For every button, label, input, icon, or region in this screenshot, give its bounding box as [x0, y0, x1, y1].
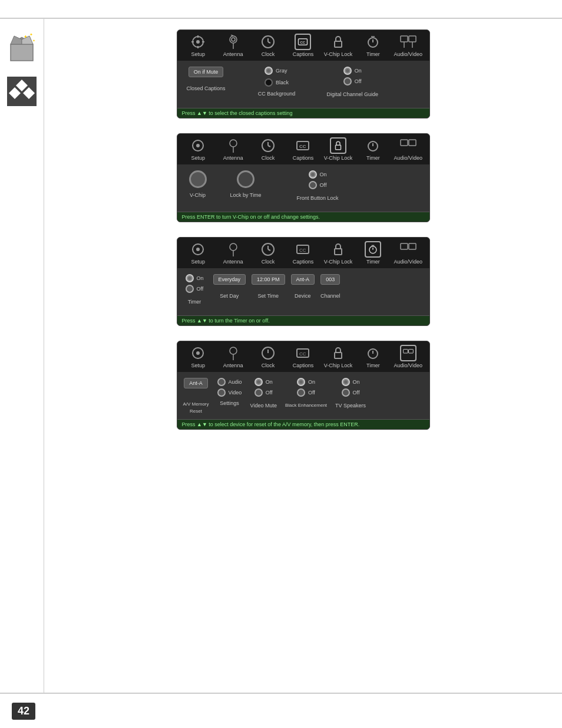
black-option[interactable]: Black: [265, 78, 289, 87]
nav3-clock[interactable]: Clock: [253, 241, 283, 265]
blackenh-on[interactable]: On: [297, 378, 315, 386]
svg-point-65: [230, 347, 237, 354]
timer-status-text: Press ▲▼ to turn the Timer on or off.: [182, 318, 270, 324]
nav3-timer-icon: [365, 241, 381, 258]
nav2-setup[interactable]: Setup: [183, 137, 213, 161]
locktime-radio[interactable]: [237, 170, 254, 188]
svg-rect-31: [409, 36, 416, 42]
timer-off-label: Off: [197, 286, 204, 292]
nav3-antenna[interactable]: Antenna: [219, 241, 248, 265]
nav2-av[interactable]: Audio/Video: [394, 137, 423, 161]
tvspeakers-on-label: On: [353, 379, 360, 385]
timer-status: Press ▲▼ to turn the Timer on or off.: [177, 315, 429, 325]
gray-label: Gray: [276, 68, 287, 74]
dcg-on[interactable]: On: [343, 67, 362, 75]
nav4-captions-label: Captions: [293, 363, 314, 368]
timer-on[interactable]: On: [186, 274, 204, 282]
tvspeakers-off[interactable]: Off: [342, 388, 360, 397]
nav-timer[interactable]: Timer: [358, 34, 388, 57]
nav-captions[interactable]: CC Captions: [288, 34, 318, 57]
dcg-off[interactable]: Off: [343, 77, 362, 85]
audio-radio[interactable]: [217, 378, 226, 386]
nav4-vchip[interactable]: V-Chip Lock: [323, 345, 353, 368]
cc-bg-label: CC Background: [258, 91, 296, 97]
nav-setup[interactable]: Setup: [183, 34, 213, 57]
settime-button[interactable]: 12:00 PM: [252, 274, 285, 285]
nav4-timer[interactable]: Timer: [358, 345, 388, 368]
avmem-button[interactable]: Ant-A: [184, 378, 208, 388]
videomute-off-radio[interactable]: [254, 388, 263, 397]
black-radio[interactable]: [265, 78, 273, 87]
tvspeakers-on[interactable]: On: [342, 378, 360, 386]
nav4-clock[interactable]: Clock: [253, 345, 283, 368]
frontbtn-on-radio[interactable]: [309, 170, 317, 179]
tvspeakers-off-radio[interactable]: [342, 388, 350, 397]
nav-antenna[interactable]: Antenna: [219, 34, 248, 57]
gray-option[interactable]: Gray: [265, 67, 289, 75]
on-if-mute-button[interactable]: On if Mute: [189, 67, 224, 77]
svg-line-19: [231, 35, 233, 36]
setday-button[interactable]: Everyday: [213, 274, 246, 285]
nav-antenna-label: Antenna: [223, 51, 243, 57]
nav2-captions[interactable]: CC Captions: [288, 137, 318, 161]
nav2-vchip[interactable]: V-Chip Lock: [323, 137, 353, 161]
vchip-radio[interactable]: [189, 170, 207, 188]
nav3-setup[interactable]: Setup: [183, 241, 213, 265]
gray-radio[interactable]: [265, 67, 273, 75]
blackenh-on-radio[interactable]: [297, 378, 305, 386]
dcg-on-radio[interactable]: [343, 67, 352, 75]
svg-point-49: [196, 248, 200, 251]
settime-label: Set Time: [258, 293, 279, 299]
frontbtn-off[interactable]: Off: [309, 181, 327, 189]
nav3-captions[interactable]: CC Captions: [288, 241, 318, 265]
av-nav: Setup Antenna Clock CC Captions: [177, 341, 429, 372]
nav3-vchip[interactable]: V-Chip Lock: [323, 241, 353, 265]
svg-point-17: [230, 36, 237, 43]
videomute-off[interactable]: Off: [254, 388, 273, 397]
nav-clock[interactable]: Clock: [253, 34, 283, 57]
svg-rect-61: [401, 243, 408, 249]
frontbtn-options: On Off: [309, 170, 327, 189]
nav-captions-label: Captions: [293, 51, 314, 57]
svg-rect-75: [408, 350, 413, 353]
timer-off[interactable]: Off: [186, 285, 204, 293]
nav4-timer-label: Timer: [366, 363, 380, 368]
channel-button[interactable]: 003: [320, 274, 340, 285]
timer-on-radio[interactable]: [186, 274, 194, 282]
nav4-setup[interactable]: Setup: [183, 345, 213, 368]
svg-marker-2: [11, 36, 22, 44]
nav3-av-label: Audio/Video: [394, 259, 422, 265]
videomute-on[interactable]: On: [254, 378, 273, 386]
nav-vchip[interactable]: V-Chip Lock: [323, 34, 353, 57]
blackenh-off[interactable]: Off: [297, 388, 315, 397]
nav4-antenna[interactable]: Antenna: [219, 345, 248, 368]
nav4-captions[interactable]: CC Captions: [288, 345, 318, 368]
frontbtn-on[interactable]: On: [309, 170, 327, 179]
tvspeakers-options: On Off: [342, 378, 360, 397]
svg-point-50: [230, 243, 237, 251]
device-button[interactable]: Ant-A: [291, 274, 315, 285]
timer-off-radio[interactable]: [186, 285, 194, 293]
video-radio[interactable]: [217, 388, 226, 397]
frontbtn-on-label: On: [320, 172, 327, 177]
frontbtn-off-radio[interactable]: [309, 181, 317, 189]
svg-rect-30: [401, 36, 408, 42]
svg-rect-43: [335, 145, 340, 150]
cc-nav: Setup Antenna Clock CC Capt: [177, 30, 429, 61]
nav4-av[interactable]: Audio/Video: [394, 345, 423, 368]
nav3-av[interactable]: Audio/Video: [394, 241, 423, 265]
nav-av[interactable]: Audio/Video: [394, 34, 423, 57]
nav2-vchip-icon: [330, 137, 346, 154]
dcg-off-radio[interactable]: [343, 77, 352, 85]
nav2-timer[interactable]: Timer: [358, 137, 388, 161]
tvspeakers-on-radio[interactable]: [342, 378, 350, 386]
blackenh-off-radio[interactable]: [297, 388, 305, 397]
nav2-antenna[interactable]: Antenna: [219, 137, 248, 161]
nav2-clock[interactable]: Clock: [253, 137, 283, 161]
page-number: 42: [12, 703, 35, 720]
cc-body: On if Mute Closed Captions Gray Black CC: [177, 61, 429, 108]
svg-rect-71: [335, 353, 342, 358]
videomute-on-radio[interactable]: [254, 378, 263, 386]
locktime-label: Lock by Time: [230, 192, 262, 198]
nav3-timer[interactable]: Timer: [358, 241, 388, 265]
